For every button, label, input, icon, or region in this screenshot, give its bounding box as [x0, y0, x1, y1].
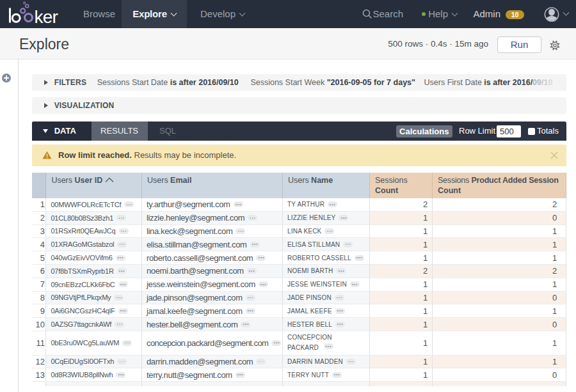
svg-text:ker: ker: [35, 7, 58, 27]
